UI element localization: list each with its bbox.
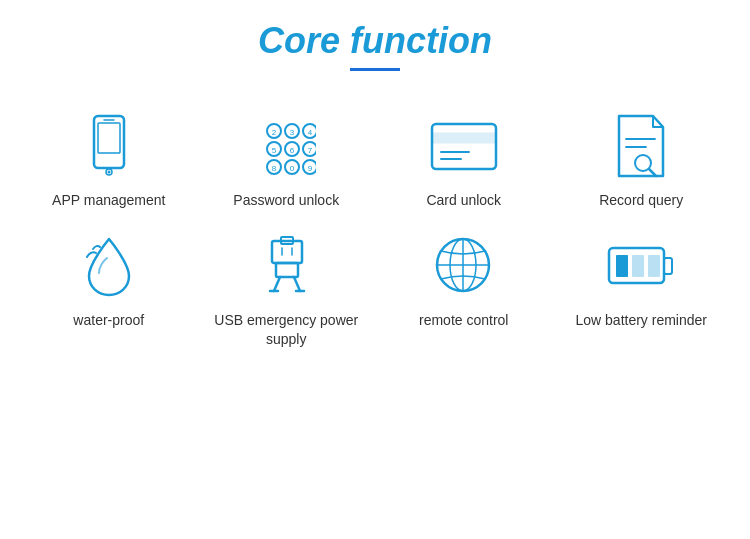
- remote-control-icon: [424, 231, 504, 301]
- app-management-label: APP management: [52, 191, 165, 211]
- record-query-label: Record query: [599, 191, 683, 211]
- usb-emergency-icon: [246, 231, 326, 301]
- svg-text:0: 0: [290, 164, 295, 173]
- usb-emergency-label: USB emergency power supply: [203, 311, 371, 350]
- svg-rect-1: [98, 123, 120, 153]
- svg-rect-47: [632, 255, 644, 277]
- low-battery-icon: [601, 231, 681, 301]
- card-unlock-icon: [424, 111, 504, 181]
- app-management-icon: [69, 111, 149, 181]
- svg-text:5: 5: [272, 146, 277, 155]
- svg-text:8: 8: [272, 164, 277, 173]
- svg-text:7: 7: [308, 146, 313, 155]
- svg-text:9: 9: [308, 164, 313, 173]
- title-underline: [350, 68, 400, 71]
- feature-record-query: Record query: [558, 111, 726, 211]
- page-title: Core function: [258, 20, 492, 62]
- svg-text:6: 6: [290, 146, 295, 155]
- page: Core function APP management: [0, 0, 750, 539]
- svg-line-34: [274, 277, 280, 291]
- svg-rect-33: [276, 263, 298, 277]
- svg-rect-49: [616, 255, 628, 277]
- feature-app-management: APP management: [25, 111, 193, 211]
- feature-password-unlock: 2 3 4 5 6 7 8 0 9 Password unlock: [203, 111, 371, 211]
- svg-text:3: 3: [290, 128, 295, 137]
- svg-rect-24: [432, 133, 496, 143]
- svg-text:2: 2: [272, 128, 277, 137]
- water-proof-label: water-proof: [73, 311, 144, 331]
- svg-rect-23: [432, 124, 496, 169]
- svg-rect-48: [648, 255, 660, 277]
- feature-usb-emergency: USB emergency power supply: [203, 231, 371, 350]
- feature-low-battery: Low battery reminder: [558, 231, 726, 350]
- water-proof-icon: [69, 231, 149, 301]
- password-unlock-icon: 2 3 4 5 6 7 8 0 9: [246, 111, 326, 181]
- card-unlock-label: Card unlock: [426, 191, 501, 211]
- svg-line-35: [294, 277, 300, 291]
- feature-card-unlock: Card unlock: [380, 111, 548, 211]
- record-query-icon: [601, 111, 681, 181]
- feature-water-proof: water-proof: [25, 231, 193, 350]
- remote-control-label: remote control: [419, 311, 508, 331]
- features-grid: APP management 2 3: [25, 111, 725, 350]
- password-unlock-label: Password unlock: [233, 191, 339, 211]
- feature-remote-control: remote control: [380, 231, 548, 350]
- svg-text:4: 4: [308, 128, 313, 137]
- low-battery-label: Low battery reminder: [575, 311, 707, 331]
